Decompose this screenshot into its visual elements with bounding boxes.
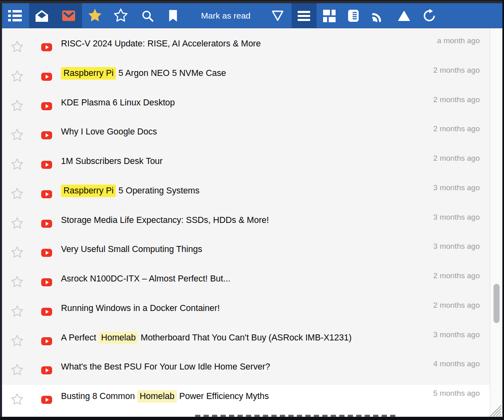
window-frame-right (502, 0, 504, 420)
article-title: Raspberry Pi 5 Operating Systems (61, 185, 200, 198)
star-toggle-icon[interactable] (11, 188, 23, 200)
reader-view-button[interactable] (342, 3, 365, 28)
youtube-icon (41, 249, 52, 257)
star-toggle-icon[interactable] (11, 364, 23, 376)
list-view-icon (8, 10, 22, 21)
bookmark-button[interactable] (162, 3, 184, 28)
star-toggle-icon[interactable] (11, 393, 23, 406)
search-highlight: Homelab (99, 332, 138, 344)
reader-icon (348, 9, 359, 22)
star-filled-button[interactable] (84, 3, 106, 28)
mark-as-read-button[interactable]: Mark as read (191, 3, 260, 28)
star-toggle-icon[interactable] (11, 217, 23, 230)
star-filled-icon (87, 8, 103, 23)
resize-grip-icon[interactable] (488, 403, 502, 417)
search-highlight: Homelab (137, 390, 177, 403)
article-title: Storage Media Life Expectancy: SSDs, HDD… (61, 214, 269, 228)
youtube-icon (41, 73, 52, 81)
envelope-unread-icon (62, 9, 76, 22)
article-timestamp: 2 months ago (433, 301, 480, 310)
article-title: A Perfect Homelab Motherboard That You C… (61, 332, 352, 345)
list-item[interactable]: A Perfect Homelab Motherboard That You C… (2, 326, 490, 356)
toolbar: Mark as read (2, 3, 502, 28)
article-title: Raspberry Pi 5 Argon NEO 5 NVMe Case (61, 67, 226, 81)
article-timestamp: 5 months ago (433, 389, 480, 398)
star-outline-button[interactable] (109, 3, 132, 28)
youtube-icon (41, 102, 52, 110)
list-item[interactable]: Busting 8 Common Homelab Power Efficienc… (2, 385, 490, 417)
article-timestamp: a month ago (437, 36, 480, 45)
list-view-button[interactable] (4, 3, 26, 28)
article-timestamp: 3 months ago (433, 242, 480, 251)
search-highlight: Raspberry Pi (61, 185, 116, 197)
bookmark-icon (168, 10, 178, 22)
star-toggle-icon[interactable] (11, 41, 23, 53)
list-item[interactable]: Storage Media Life Expectancy: SSDs, HDD… (2, 209, 490, 238)
window-frame-top (0, 0, 504, 3)
search-highlight: Raspberry Pi (61, 67, 116, 80)
article-title: Asrock N100DC-ITX – Almost Perfect! But.… (61, 273, 230, 286)
youtube-icon (41, 308, 52, 316)
article-title: What's the Best PSU For Your Low Idle Ho… (61, 361, 270, 374)
list-item[interactable]: Asrock N100DC-ITX – Almost Perfect! But.… (2, 267, 490, 297)
star-toggle-icon[interactable] (11, 70, 23, 83)
youtube-icon (41, 220, 52, 228)
search-icon (141, 10, 154, 22)
star-toggle-icon[interactable] (11, 158, 23, 171)
youtube-icon (41, 190, 52, 198)
layout-button[interactable] (318, 3, 340, 28)
refresh-button[interactable] (418, 3, 441, 28)
dashboard-icon (323, 10, 336, 22)
list-item[interactable]: RISC-V 2024 Update: RISE, AI Accelerator… (2, 32, 490, 62)
rss-icon (372, 9, 385, 22)
scroll-to-top-button[interactable] (393, 3, 415, 28)
star-toggle-icon[interactable] (11, 276, 23, 288)
scrollbar-track[interactable] (490, 28, 502, 417)
article-title: Running Windows in a Docker Container! (61, 302, 220, 316)
youtube-icon (41, 161, 52, 169)
window-frame-bottom (0, 417, 504, 420)
star-toggle-icon[interactable] (11, 100, 23, 112)
list-item[interactable]: Why I Love Google Docs 2 months ago (2, 120, 490, 150)
youtube-icon (41, 131, 52, 139)
article-title: KDE Plasma 6 Linux Desktop (61, 97, 175, 110)
rss-button[interactable] (367, 3, 390, 28)
youtube-icon (41, 278, 52, 286)
list-item[interactable]: 1M Subscribers Desk Tour 2 months ago (2, 150, 490, 179)
youtube-icon (41, 396, 52, 404)
article-timestamp: 2 months ago (433, 271, 480, 280)
menu-button[interactable] (292, 3, 315, 28)
feed-reader-window: Mark as read (0, 0, 504, 420)
star-toggle-icon[interactable] (11, 305, 23, 318)
star-outline-icon (113, 8, 128, 23)
youtube-icon (41, 366, 52, 374)
triangle-up-icon (398, 10, 410, 22)
article-title: Busting 8 Common Homelab Power Efficienc… (61, 390, 269, 404)
article-timestamp: 2 months ago (433, 66, 480, 75)
article-timestamp: 4 months ago (433, 359, 480, 368)
list-item[interactable]: Raspberry Pi 5 Operating Systems 3 month… (2, 179, 490, 209)
refresh-icon (422, 9, 436, 23)
star-toggle-icon[interactable] (11, 246, 23, 259)
list-item[interactable]: Raspberry Pi 5 Argon NEO 5 NVMe Case 2 m… (2, 62, 490, 91)
list-item[interactable]: What's the Best PSU For Your Low Idle Ho… (2, 355, 490, 385)
article-title: RISC-V 2024 Update: RISE, AI Accelerator… (61, 38, 261, 51)
filter-icon (271, 10, 284, 22)
hamburger-icon (298, 11, 310, 21)
filter-button[interactable] (266, 3, 289, 28)
scrollbar-thumb[interactable] (494, 284, 500, 323)
star-toggle-icon[interactable] (11, 335, 23, 347)
search-button[interactable] (136, 3, 159, 28)
article-timestamp: 2 months ago (433, 154, 480, 163)
article-title: Why I Love Google Docs (61, 126, 157, 139)
list-item[interactable]: Running Windows in a Docker Container! 2… (2, 297, 490, 326)
youtube-icon (41, 337, 52, 345)
star-toggle-icon[interactable] (11, 129, 23, 141)
youtube-icon (41, 43, 52, 51)
envelope-unread-button[interactable] (57, 3, 80, 28)
envelope-open-button[interactable] (30, 3, 53, 28)
list-item[interactable]: Very Useful Small Computing Things 3 mon… (2, 238, 490, 267)
article-list: RISC-V 2024 Update: RISE, AI Accelerator… (2, 28, 490, 417)
article-timestamp: 3 months ago (433, 330, 480, 339)
list-item[interactable]: KDE Plasma 6 Linux Desktop 2 months ago (2, 91, 490, 121)
